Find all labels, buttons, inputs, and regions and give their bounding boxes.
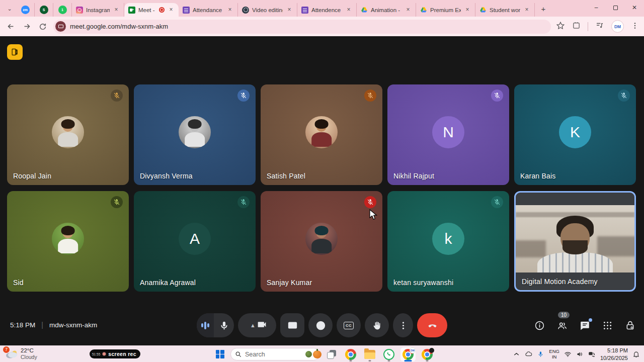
restore-button[interactable] [606,0,625,15]
raise-hand-button[interactable] [365,313,389,337]
participant-tile[interactable]: Sanjay Kumar [261,191,382,292]
pinned-tab-spotify[interactable]: S [35,3,53,17]
cloud-weather-icon: 7 [5,349,18,359]
participant-tile[interactable]: K Karan Bais [514,84,636,185]
participant-tile[interactable]: A Anamika Agrawal [134,191,256,292]
system-tray: ENG IN 5:18 PM 10/26/2025 [513,346,640,362]
close-tab-icon[interactable]: × [168,7,175,14]
close-tab-icon[interactable]: × [226,7,233,14]
tab-search-chevron-icon[interactable]: ⌄ [3,2,16,15]
emoji-reaction-button[interactable] [308,313,333,337]
search-icon [235,351,242,357]
clock-widget[interactable]: 5:18 PM 10/26/2025 [600,347,628,361]
taskbar-app-file-explorer[interactable] [362,347,377,361]
start-button[interactable] [213,348,226,361]
new-tab-button[interactable]: + [537,2,550,15]
forward-button[interactable] [21,21,32,32]
weather-condition: Cloudy [21,354,37,360]
browser-menu-icon[interactable] [631,22,639,32]
close-window-button[interactable]: ✕ [625,0,644,15]
taskbar-center: Search DM [213,346,435,362]
mic-muted-icon [491,89,503,102]
close-tab-icon[interactable]: × [464,7,471,14]
sync-update-icon[interactable] [588,350,596,358]
weather-widget[interactable]: 7 22°C Cloudy [5,347,37,360]
side-panel-icon[interactable] [572,21,581,32]
captions-button[interactable]: CC [337,313,361,337]
running-indicator [426,360,429,361]
tab-capture-indicator-icon[interactable] [55,21,66,32]
participant-tile[interactable]: Sid [7,191,129,292]
avatar [52,116,84,148]
close-tab-icon[interactable]: × [405,7,412,14]
chevron-up-icon[interactable]: ▲ [250,322,256,328]
more-options-button[interactable] [393,313,413,337]
participant-tile[interactable]: Roopal Jain [7,84,129,185]
close-tab-icon[interactable]: × [523,7,530,14]
host-controls-lock-icon[interactable] [624,319,636,331]
tray-overflow-chevron-icon[interactable] [513,350,520,358]
close-tab-icon[interactable]: × [286,7,293,14]
taskbar-search[interactable]: Search [230,348,320,360]
participants-button[interactable]: 10 [556,319,568,331]
whatsapp-icon [383,349,394,360]
avatar-initial: K [559,116,591,148]
tab-student-work-drive[interactable]: Student work × [475,3,535,17]
google-drive-icon [361,7,368,14]
meeting-details-button[interactable] [533,319,545,331]
close-tab-icon[interactable]: × [113,7,120,14]
taskbar-app-chrome-secondary[interactable] [420,347,435,361]
language-indicator[interactable]: ENG IN [549,349,559,360]
tab-video-editing[interactable]: Video editing × [238,3,297,17]
avatar-initial: A [179,223,211,255]
participant-tile[interactable]: Satish Patel [261,84,382,185]
close-tab-icon[interactable]: × [345,7,352,14]
reload-button[interactable] [37,21,48,32]
url-text[interactable]: meet.google.com/mdw-sxnm-akm [70,23,168,30]
participant-tile[interactable]: Divyansh Verma [134,84,256,185]
taskbar-app-task-view[interactable] [324,347,339,361]
present-screen-button[interactable] [280,313,304,337]
participant-tile[interactable]: k ketan suryawanshi [387,191,509,292]
notification-bell-icon[interactable] [632,350,640,358]
folder-icon [364,350,375,359]
profile-avatar[interactable]: DM [611,20,624,33]
tab-instagram[interactable]: Instagram × [72,3,124,17]
volume-icon[interactable] [576,350,584,358]
microphone-button[interactable] [197,313,234,337]
avatar-initial: k [432,223,464,255]
door-open-icon[interactable] [7,44,23,60]
pinned-tab-zoom[interactable]: zm [16,3,35,17]
end-call-button[interactable] [417,313,447,337]
tab-meet-active[interactable]: Meet - m × [124,3,179,17]
spotify-icon: S [40,6,48,14]
tab-animation-drive[interactable]: Animation - C × [357,3,416,17]
media-controls-icon[interactable] [595,21,604,32]
activities-grid-icon[interactable] [601,319,613,331]
self-video-tile[interactable]: Digital Motion Academy [514,191,636,292]
participant-tile[interactable]: N Nikhil Rajput [387,84,509,185]
bookmark-star-icon[interactable] [556,21,565,32]
tab-premium-drive[interactable]: Premium Exp × [416,3,475,17]
camera-button[interactable]: ▲ [238,313,276,337]
microphone-in-use-icon[interactable] [537,350,544,358]
address-bar[interactable]: meet.google.com/mdw-sxnm-akm [53,20,551,34]
pinned-tab-notification[interactable]: 1 [53,3,72,17]
tab-title: Video editing [252,7,283,13]
tab-attendence-form[interactable]: Attendence fo × [297,3,357,17]
taskbar-app-chrome-meet-active[interactable]: DM [400,347,416,361]
taskbar-app-chrome[interactable] [343,347,358,361]
back-button[interactable] [5,21,16,32]
participant-name: Digital Motion Academy [522,278,598,286]
google-drive-icon [479,7,487,14]
window-controls: – ✕ [587,0,644,15]
minimize-button[interactable]: – [587,0,606,15]
chat-button[interactable] [579,319,591,331]
taskbar-app-whatsapp[interactable] [381,347,396,361]
mic-muted-icon [237,89,250,102]
wifi-icon[interactable] [564,350,572,358]
screenrec-overlay[interactable]: 51:55 screen rec [90,349,140,358]
google-forms-icon [183,7,190,14]
onedrive-cloud-icon[interactable] [525,350,532,358]
tab-attendance-form[interactable]: Attendance fo × [179,3,238,17]
